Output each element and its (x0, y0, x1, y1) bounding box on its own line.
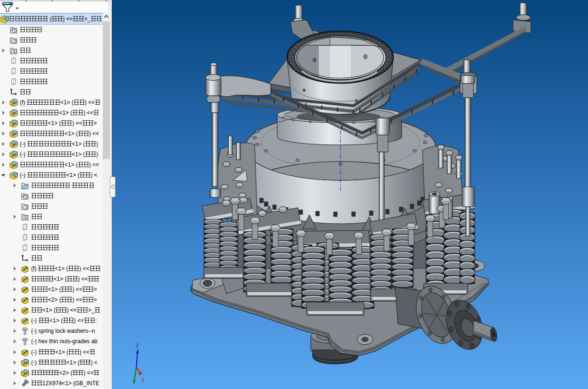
svg-text:X: X (141, 378, 145, 383)
svg-text:A: A (24, 216, 27, 220)
svg-text:Z: Z (136, 343, 139, 348)
svg-text:A: A (12, 50, 16, 54)
